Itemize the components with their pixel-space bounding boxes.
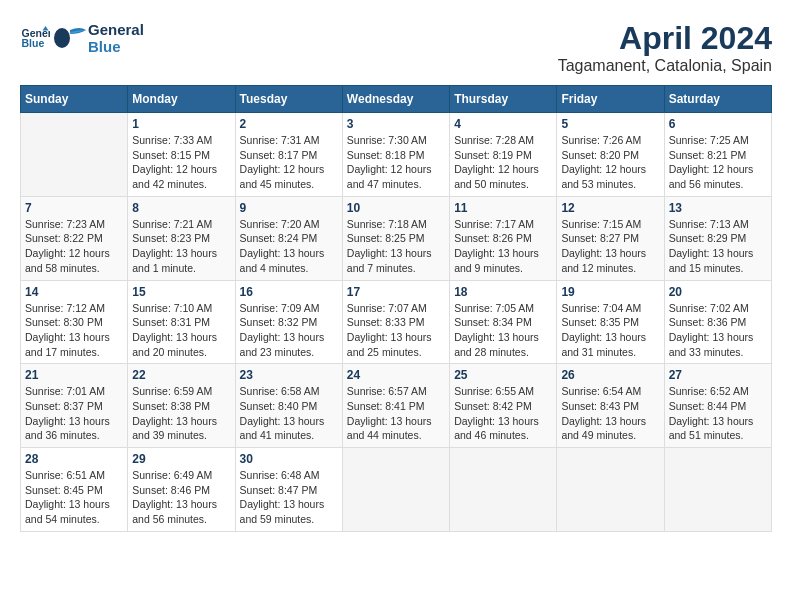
cell-content: Sunrise: 7:12 AMSunset: 8:30 PMDaylight:… — [25, 301, 123, 360]
calendar-cell: 18Sunrise: 7:05 AMSunset: 8:34 PMDayligh… — [450, 280, 557, 364]
day-number: 12 — [561, 201, 659, 215]
day-number: 19 — [561, 285, 659, 299]
day-number: 30 — [240, 452, 338, 466]
cell-content: Sunrise: 7:13 AMSunset: 8:29 PMDaylight:… — [669, 217, 767, 276]
calendar-cell: 19Sunrise: 7:04 AMSunset: 8:35 PMDayligh… — [557, 280, 664, 364]
cell-content: Sunrise: 7:23 AMSunset: 8:22 PMDaylight:… — [25, 217, 123, 276]
calendar-cell: 13Sunrise: 7:13 AMSunset: 8:29 PMDayligh… — [664, 196, 771, 280]
calendar-cell: 12Sunrise: 7:15 AMSunset: 8:27 PMDayligh… — [557, 196, 664, 280]
calendar-cell: 14Sunrise: 7:12 AMSunset: 8:30 PMDayligh… — [21, 280, 128, 364]
cell-content: Sunrise: 7:10 AMSunset: 8:31 PMDaylight:… — [132, 301, 230, 360]
day-number: 5 — [561, 117, 659, 131]
calendar-cell — [664, 448, 771, 532]
day-number: 29 — [132, 452, 230, 466]
day-number: 9 — [240, 201, 338, 215]
day-number: 1 — [132, 117, 230, 131]
svg-point-3 — [54, 28, 70, 48]
cell-content: Sunrise: 7:30 AMSunset: 8:18 PMDaylight:… — [347, 133, 445, 192]
cell-content: Sunrise: 7:26 AMSunset: 8:20 PMDaylight:… — [561, 133, 659, 192]
calendar-cell: 29Sunrise: 6:49 AMSunset: 8:46 PMDayligh… — [128, 448, 235, 532]
day-number: 20 — [669, 285, 767, 299]
cell-content: Sunrise: 7:17 AMSunset: 8:26 PMDaylight:… — [454, 217, 552, 276]
day-number: 25 — [454, 368, 552, 382]
logo-icon: General Blue — [20, 23, 50, 53]
cell-content: Sunrise: 7:02 AMSunset: 8:36 PMDaylight:… — [669, 301, 767, 360]
calendar-cell: 2Sunrise: 7:31 AMSunset: 8:17 PMDaylight… — [235, 113, 342, 197]
day-number: 2 — [240, 117, 338, 131]
day-number: 23 — [240, 368, 338, 382]
day-number: 8 — [132, 201, 230, 215]
col-header-sunday: Sunday — [21, 86, 128, 113]
calendar-cell: 3Sunrise: 7:30 AMSunset: 8:18 PMDaylight… — [342, 113, 449, 197]
cell-content: Sunrise: 7:01 AMSunset: 8:37 PMDaylight:… — [25, 384, 123, 443]
cell-content: Sunrise: 7:33 AMSunset: 8:15 PMDaylight:… — [132, 133, 230, 192]
day-number: 15 — [132, 285, 230, 299]
cell-content: Sunrise: 7:31 AMSunset: 8:17 PMDaylight:… — [240, 133, 338, 192]
cell-content: Sunrise: 6:52 AMSunset: 8:44 PMDaylight:… — [669, 384, 767, 443]
day-number: 10 — [347, 201, 445, 215]
calendar-cell: 27Sunrise: 6:52 AMSunset: 8:44 PMDayligh… — [664, 364, 771, 448]
col-header-friday: Friday — [557, 86, 664, 113]
day-number: 26 — [561, 368, 659, 382]
day-number: 3 — [347, 117, 445, 131]
day-number: 27 — [669, 368, 767, 382]
calendar-cell: 5Sunrise: 7:26 AMSunset: 8:20 PMDaylight… — [557, 113, 664, 197]
col-header-tuesday: Tuesday — [235, 86, 342, 113]
calendar-cell: 22Sunrise: 6:59 AMSunset: 8:38 PMDayligh… — [128, 364, 235, 448]
day-number: 21 — [25, 368, 123, 382]
title-block: April 2024 Tagamanent, Catalonia, Spain — [558, 20, 772, 75]
day-number: 11 — [454, 201, 552, 215]
cell-content: Sunrise: 6:57 AMSunset: 8:41 PMDaylight:… — [347, 384, 445, 443]
calendar-cell: 15Sunrise: 7:10 AMSunset: 8:31 PMDayligh… — [128, 280, 235, 364]
col-header-monday: Monday — [128, 86, 235, 113]
calendar-cell — [342, 448, 449, 532]
day-number: 4 — [454, 117, 552, 131]
calendar-cell — [21, 113, 128, 197]
calendar-table: SundayMondayTuesdayWednesdayThursdayFrid… — [20, 85, 772, 532]
calendar-cell — [557, 448, 664, 532]
calendar-cell: 11Sunrise: 7:17 AMSunset: 8:26 PMDayligh… — [450, 196, 557, 280]
cell-content: Sunrise: 6:55 AMSunset: 8:42 PMDaylight:… — [454, 384, 552, 443]
cell-content: Sunrise: 6:54 AMSunset: 8:43 PMDaylight:… — [561, 384, 659, 443]
page-subtitle: Tagamanent, Catalonia, Spain — [558, 57, 772, 75]
cell-content: Sunrise: 7:21 AMSunset: 8:23 PMDaylight:… — [132, 217, 230, 276]
calendar-cell: 16Sunrise: 7:09 AMSunset: 8:32 PMDayligh… — [235, 280, 342, 364]
calendar-cell: 28Sunrise: 6:51 AMSunset: 8:45 PMDayligh… — [21, 448, 128, 532]
day-number: 28 — [25, 452, 123, 466]
calendar-cell: 8Sunrise: 7:21 AMSunset: 8:23 PMDaylight… — [128, 196, 235, 280]
logo-text-line2: Blue — [88, 38, 144, 55]
page-header: General Blue General Blue April 2024 Tag… — [20, 20, 772, 75]
logo-text-line1: General — [88, 21, 144, 38]
cell-content: Sunrise: 7:20 AMSunset: 8:24 PMDaylight:… — [240, 217, 338, 276]
cell-content: Sunrise: 6:59 AMSunset: 8:38 PMDaylight:… — [132, 384, 230, 443]
cell-content: Sunrise: 7:28 AMSunset: 8:19 PMDaylight:… — [454, 133, 552, 192]
calendar-cell: 7Sunrise: 7:23 AMSunset: 8:22 PMDaylight… — [21, 196, 128, 280]
cell-content: Sunrise: 6:48 AMSunset: 8:47 PMDaylight:… — [240, 468, 338, 527]
cell-content: Sunrise: 6:49 AMSunset: 8:46 PMDaylight:… — [132, 468, 230, 527]
svg-text:Blue: Blue — [22, 37, 45, 49]
calendar-cell: 6Sunrise: 7:25 AMSunset: 8:21 PMDaylight… — [664, 113, 771, 197]
day-number: 7 — [25, 201, 123, 215]
cell-content: Sunrise: 7:07 AMSunset: 8:33 PMDaylight:… — [347, 301, 445, 360]
day-number: 17 — [347, 285, 445, 299]
calendar-cell — [450, 448, 557, 532]
calendar-cell: 24Sunrise: 6:57 AMSunset: 8:41 PMDayligh… — [342, 364, 449, 448]
col-header-thursday: Thursday — [450, 86, 557, 113]
calendar-cell: 4Sunrise: 7:28 AMSunset: 8:19 PMDaylight… — [450, 113, 557, 197]
calendar-cell: 17Sunrise: 7:07 AMSunset: 8:33 PMDayligh… — [342, 280, 449, 364]
cell-content: Sunrise: 7:05 AMSunset: 8:34 PMDaylight:… — [454, 301, 552, 360]
calendar-cell: 9Sunrise: 7:20 AMSunset: 8:24 PMDaylight… — [235, 196, 342, 280]
cell-content: Sunrise: 7:18 AMSunset: 8:25 PMDaylight:… — [347, 217, 445, 276]
page-title: April 2024 — [558, 20, 772, 57]
day-number: 16 — [240, 285, 338, 299]
calendar-cell: 20Sunrise: 7:02 AMSunset: 8:36 PMDayligh… — [664, 280, 771, 364]
calendar-cell: 10Sunrise: 7:18 AMSunset: 8:25 PMDayligh… — [342, 196, 449, 280]
day-number: 24 — [347, 368, 445, 382]
cell-content: Sunrise: 7:09 AMSunset: 8:32 PMDaylight:… — [240, 301, 338, 360]
calendar-cell: 1Sunrise: 7:33 AMSunset: 8:15 PMDaylight… — [128, 113, 235, 197]
calendar-cell: 25Sunrise: 6:55 AMSunset: 8:42 PMDayligh… — [450, 364, 557, 448]
cell-content: Sunrise: 7:04 AMSunset: 8:35 PMDaylight:… — [561, 301, 659, 360]
cell-content: Sunrise: 7:25 AMSunset: 8:21 PMDaylight:… — [669, 133, 767, 192]
calendar-cell: 21Sunrise: 7:01 AMSunset: 8:37 PMDayligh… — [21, 364, 128, 448]
calendar-cell: 30Sunrise: 6:48 AMSunset: 8:47 PMDayligh… — [235, 448, 342, 532]
